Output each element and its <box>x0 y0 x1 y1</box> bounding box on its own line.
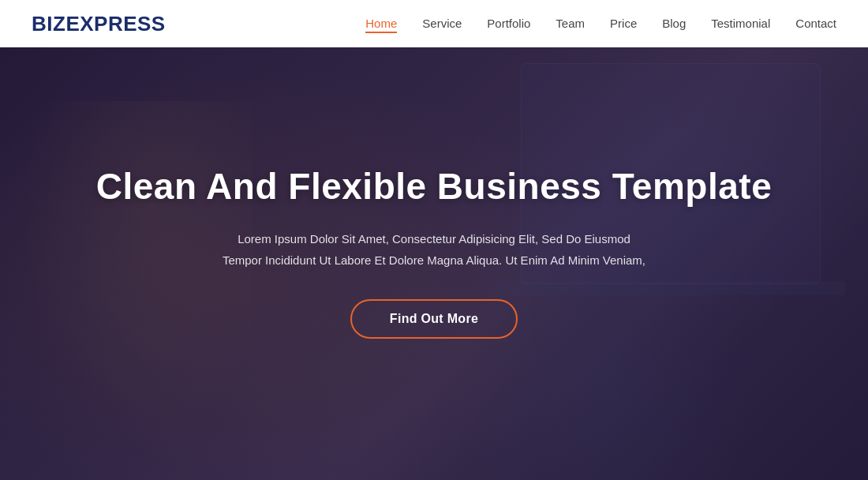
navbar: BIZEXPRESS Home Service Portfolio Team P… <box>0 0 868 47</box>
brand-logo[interactable]: BIZEXPRESS <box>32 12 166 36</box>
nav-links: Home Service Portfolio Team Price Blog T… <box>365 17 836 31</box>
nav-item-contact[interactable]: Contact <box>795 17 836 31</box>
nav-link-portfolio[interactable]: Portfolio <box>487 17 530 30</box>
nav-link-contact[interactable]: Contact <box>795 17 836 30</box>
hero-subtitle: Lorem Ipsum Dolor Sit Amet, Consectetur … <box>213 228 655 271</box>
hero-cta-button[interactable]: Find Out More <box>350 299 518 339</box>
hero-section: Clean And Flexible Business Template Lor… <box>0 0 868 480</box>
nav-link-price[interactable]: Price <box>610 17 637 30</box>
nav-item-team[interactable]: Team <box>556 17 585 31</box>
nav-item-service[interactable]: Service <box>422 17 462 31</box>
nav-link-service[interactable]: Service <box>422 17 462 30</box>
nav-item-testimonial[interactable]: Testimonial <box>711 17 770 31</box>
hero-title: Clean And Flexible Business Template <box>96 165 772 208</box>
nav-link-home[interactable]: Home <box>365 17 397 33</box>
nav-item-price[interactable]: Price <box>610 17 637 31</box>
nav-link-team[interactable]: Team <box>556 17 585 30</box>
nav-item-home[interactable]: Home <box>365 17 397 31</box>
hero-subtitle-line1: Lorem Ipsum Dolor Sit Amet, Consectetur … <box>238 232 630 246</box>
hero-subtitle-line2: Tempor Incididunt Ut Labore Et Dolore Ma… <box>223 253 645 267</box>
nav-link-testimonial[interactable]: Testimonial <box>711 17 770 30</box>
hero-content: Clean And Flexible Business Template Lor… <box>80 165 788 338</box>
nav-item-blog[interactable]: Blog <box>662 17 686 31</box>
nav-link-blog[interactable]: Blog <box>662 17 686 30</box>
nav-item-portfolio[interactable]: Portfolio <box>487 17 530 31</box>
